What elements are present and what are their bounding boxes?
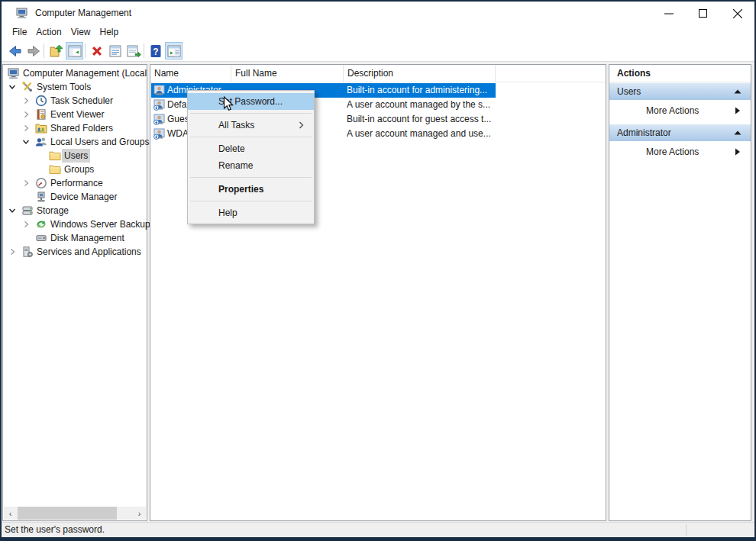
menu-separator — [188, 174, 314, 181]
window-title: Computer Management — [35, 2, 131, 25]
toolbar-separator — [144, 43, 144, 58]
actions-pane: Actions UsersMore ActionsAdministratorMo… — [609, 64, 751, 521]
chevron-expanded-icon[interactable] — [8, 206, 17, 215]
tree-horizontal-scrollbar[interactable]: ‹ › — [4, 507, 146, 520]
tree-item-services-and-applications[interactable]: Services and Applications — [3, 245, 147, 259]
tree-item-users[interactable]: Users — [3, 149, 147, 163]
menu-item-set-password[interactable]: Set Password... — [188, 93, 314, 110]
list-header: NameFull NameDescription — [150, 65, 606, 82]
disk-icon — [35, 232, 47, 244]
export-list-icon — [126, 43, 141, 59]
folder-icon — [49, 150, 61, 162]
delete-button[interactable] — [88, 42, 105, 60]
menu-separator — [188, 198, 314, 204]
more-actions-arrow-icon — [735, 107, 741, 114]
tree-item-shared-folders[interactable]: Shared Folders — [3, 121, 147, 135]
title-bar[interactable]: Computer Management — [2, 2, 754, 25]
action-section-header-administrator[interactable]: Administrator — [609, 124, 751, 141]
submenu-chevron-icon — [298, 121, 305, 129]
menu-item-label: All Tasks — [218, 120, 254, 130]
backup-icon — [35, 218, 47, 230]
tree-item-task-scheduler[interactable]: Task Scheduler — [3, 94, 147, 108]
tree-item-label: Computer Management (Local — [21, 66, 149, 80]
user-disabled-icon — [153, 114, 165, 125]
scroll-right-button[interactable]: › — [133, 507, 146, 520]
show-console-tree-button[interactable] — [66, 42, 83, 60]
tree-item-label: Services and Applications — [34, 245, 144, 259]
user-description: Built-in account for guest access t... — [347, 112, 495, 127]
column-header-description[interactable]: Description — [344, 65, 496, 82]
tree-item-label: Storage — [34, 204, 71, 217]
tree-item-storage[interactable]: Storage — [3, 204, 147, 217]
tree-item-event-viewer[interactable]: Event Viewer — [3, 108, 147, 121]
action-item-more-actions-users[interactable]: More Actions — [609, 100, 751, 121]
chevron-collapsed-icon[interactable] — [21, 96, 31, 105]
scroll-left-button[interactable]: ‹ — [4, 507, 17, 520]
chevron-expanded-icon[interactable] — [21, 137, 31, 147]
chevron-collapsed-icon[interactable] — [21, 110, 31, 119]
minimize-button[interactable] — [651, 2, 686, 25]
menu-item-rename[interactable]: Rename — [188, 157, 314, 174]
column-header-full-name[interactable]: Full Name — [231, 65, 344, 82]
chevron-collapsed-icon[interactable] — [21, 220, 31, 229]
event-log-icon — [35, 108, 47, 121]
show-action-pane-button[interactable] — [165, 42, 183, 60]
tree-item-windows-server-backup[interactable]: Windows Server Backup — [3, 217, 147, 231]
tree-item-label: Device Manager — [48, 190, 119, 204]
tree-item-label: Performance — [48, 176, 105, 190]
chevron-expanded-icon[interactable] — [8, 82, 17, 92]
action-section-label: Users — [617, 86, 641, 97]
chevron-collapsed-icon[interactable] — [21, 124, 31, 133]
tree-item-disk-management[interactable]: Disk Management — [3, 231, 147, 245]
menu-item-help[interactable]: Help — [188, 204, 314, 221]
menu-item-properties[interactable]: Properties — [188, 181, 314, 198]
menu-item-label: Properties — [218, 184, 263, 195]
more-actions-arrow-icon — [735, 148, 741, 156]
collapse-up-icon — [734, 89, 741, 95]
chevron-collapsed-icon[interactable] — [21, 179, 31, 188]
chevron-collapsed-icon[interactable] — [8, 247, 17, 256]
menu-item-file[interactable]: File — [8, 25, 31, 40]
properties-button[interactable] — [106, 42, 124, 60]
tree-item-label: Event Viewer — [48, 108, 106, 121]
status-bar: Set the user's password. — [2, 522, 754, 537]
tree-item-system-tools[interactable]: System Tools — [3, 80, 147, 94]
action-item-more-actions-administrator[interactable]: More Actions — [609, 141, 751, 163]
tree-item-performance[interactable]: Performance — [3, 176, 147, 190]
column-separator[interactable] — [495, 65, 496, 82]
action-item-label: More Actions — [646, 147, 699, 157]
forward-button[interactable] — [24, 42, 42, 60]
folder-icon — [49, 163, 61, 176]
up-one-level-button[interactable] — [47, 42, 65, 60]
menu-item-action[interactable]: Action — [31, 25, 66, 40]
back-button[interactable] — [6, 42, 24, 60]
user-description: A user account managed and use... — [347, 127, 495, 141]
maximize-button[interactable] — [686, 2, 720, 25]
mouse-cursor — [223, 96, 234, 113]
up-level-icon — [49, 43, 64, 59]
tree-item-device-manager[interactable]: Device Manager — [3, 190, 147, 204]
menu-item-view[interactable]: View — [66, 25, 95, 40]
tree-item-label: Disk Management — [48, 231, 127, 245]
console-tree-pane: Computer Management (LocalSystem ToolsTa… — [2, 64, 147, 521]
close-button[interactable] — [720, 2, 754, 25]
storage-icon — [21, 204, 34, 217]
action-section-label: Administrator — [617, 127, 671, 138]
delete-x-icon — [89, 43, 105, 59]
actions-pane-title: Actions — [609, 65, 751, 82]
scrollbar-thumb[interactable] — [18, 507, 117, 520]
tree-item-computer-management[interactable]: Computer Management (Local — [3, 66, 147, 80]
action-section-header-users[interactable]: Users — [609, 83, 751, 100]
tree-item-groups[interactable]: Groups — [3, 163, 147, 176]
menu-item-all-tasks[interactable]: All Tasks — [188, 117, 314, 134]
menu-item-help[interactable]: Help — [95, 25, 124, 40]
help-button[interactable]: ? — [147, 42, 164, 60]
column-header-name[interactable]: Name — [150, 65, 231, 82]
tools-icon — [21, 81, 34, 93]
tree-item-local-users-and-groups[interactable]: Local Users and Groups — [3, 135, 147, 149]
menu-item-delete[interactable]: Delete — [188, 140, 314, 157]
menu-separator — [188, 110, 314, 117]
export-list-button[interactable] — [124, 42, 142, 60]
gauge-icon — [35, 177, 47, 189]
user-disabled-icon — [153, 99, 165, 111]
